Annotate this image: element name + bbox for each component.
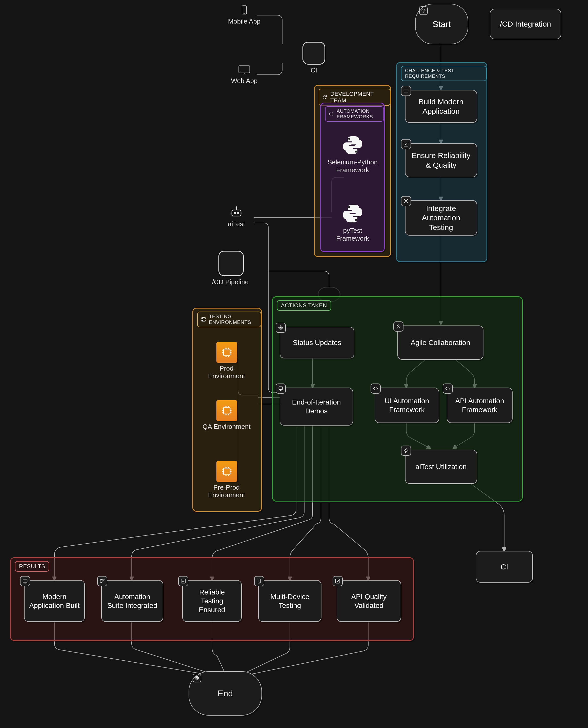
aitest-label: aiTest: [228, 220, 245, 228]
svg-rect-16: [232, 210, 241, 216]
mobile-app-label: Mobile App: [228, 18, 261, 25]
svg-rect-28: [224, 407, 230, 414]
build-label: Build Modern Application: [410, 97, 472, 116]
svg-rect-41: [181, 579, 186, 583]
aitest-robot-icon: aiTest: [228, 206, 245, 228]
integrate-label: Integrate Automation Testing: [410, 204, 472, 232]
result-suite-node: Automation Suite Integrated: [101, 580, 163, 622]
user-icon: [393, 321, 403, 331]
svg-point-12: [348, 138, 350, 140]
svg-rect-0: [242, 5, 247, 14]
ui-fw-label: UI Automation Framework: [380, 397, 434, 414]
svg-point-17: [234, 212, 236, 214]
result-multi-node: Multi-Device Testing: [258, 580, 321, 622]
prod-env-chip: [216, 342, 237, 363]
result-api-label: API Quality Validated: [342, 592, 396, 610]
svg-rect-36: [23, 579, 27, 582]
monitor-icon: [20, 576, 30, 586]
branch-icon: [97, 576, 107, 586]
presentation-icon: [276, 384, 286, 393]
challenge-title: CHALLENGE & TEST REQUIREMENTS: [401, 66, 486, 81]
integrate-automation-node: Integrate Automation Testing: [405, 200, 477, 236]
phone-icon: [254, 576, 264, 586]
svg-rect-27: [224, 349, 230, 356]
auto-fw-title: AUTOMATION FRAMEWORKS: [325, 106, 384, 122]
svg-point-14: [348, 206, 350, 208]
api-fw-label: API Automation Framework: [452, 397, 507, 414]
code-icon: [371, 384, 381, 393]
code-icon: [443, 384, 453, 393]
start-terminal: Start: [415, 4, 468, 44]
status-label: Status Updates: [293, 338, 341, 347]
svg-point-9: [405, 200, 407, 202]
agile-label: Agile Collaboration: [411, 338, 470, 347]
ci-label-top: CI: [297, 66, 330, 74]
svg-rect-33: [281, 327, 283, 328]
mobile-app-icon: Mobile App: [234, 5, 254, 25]
cd-integration-label: /CD Integration: [500, 19, 551, 29]
actions-title: ACTIONS TAKEN: [277, 300, 331, 311]
svg-point-40: [103, 579, 104, 580]
result-suite-label: Automation Suite Integrated: [106, 592, 158, 610]
qa-env-label: QA Environment: [201, 423, 252, 431]
web-app-icon: Web App: [234, 65, 254, 85]
svg-rect-2: [239, 66, 250, 73]
svg-rect-29: [224, 468, 230, 475]
svg-point-25: [202, 318, 203, 319]
result-multi-label: Multi-Device Testing: [263, 592, 316, 610]
svg-point-5: [422, 9, 425, 13]
api-fw-node: API Automation Framework: [447, 388, 512, 423]
slack-icon: [276, 323, 286, 333]
svg-point-10: [324, 96, 325, 97]
python-logo-selenium: [342, 134, 363, 156]
check-square-icon: [178, 576, 188, 586]
result-built-label: Modern Application Built: [29, 592, 80, 610]
cd-integration-node: /CD Integration: [490, 9, 561, 39]
agile-collab-node: Agile Collaboration: [397, 325, 483, 360]
svg-point-15: [355, 219, 357, 221]
python-logo-pytest: [342, 203, 363, 224]
svg-rect-35: [279, 387, 283, 389]
build-modern-app-node: Build Modern Application: [405, 90, 477, 123]
cd-pipeline-box: [218, 251, 244, 276]
preprod-env-label: Pre-Prod Environment: [201, 484, 252, 499]
ensure-reliability-node: Ensure Reliability & Quality: [405, 143, 477, 177]
end-terminal: End: [189, 671, 262, 715]
demos-node: End-of-Iteration Demos: [280, 388, 353, 426]
ci-right-label: CI: [501, 562, 508, 572]
svg-rect-8: [404, 142, 408, 146]
stop-icon: [193, 674, 201, 682]
start-label: Start: [433, 19, 451, 29]
ci-right-node: CI: [476, 551, 533, 583]
check-square-icon: [333, 576, 343, 586]
svg-point-45: [195, 676, 199, 680]
svg-point-38: [100, 579, 102, 580]
svg-point-26: [202, 320, 203, 321]
ensure-label: Ensure Reliability & Quality: [410, 151, 472, 170]
svg-point-11: [326, 96, 327, 97]
svg-rect-44: [336, 579, 340, 583]
bolt-icon: [401, 446, 411, 456]
aitest-util-label: aiTest Utilization: [415, 462, 466, 471]
gear-icon: [401, 196, 411, 206]
web-app-label: Web App: [231, 77, 257, 85]
pytest-label: pyTest Framework: [327, 227, 378, 242]
ui-fw-node: UI Automation Framework: [375, 388, 439, 423]
preprod-env-chip: [216, 461, 237, 482]
cd-pipeline-label: /CD Pipeline: [203, 278, 258, 286]
result-built-node: Modern Application Built: [24, 580, 85, 622]
aitest-util-node: aiTest Utilization: [405, 450, 477, 484]
results-title: RESULTS: [15, 561, 49, 572]
play-icon: [419, 6, 428, 15]
status-updates-node: Status Updates: [280, 327, 354, 359]
result-reliable-label: Reliable Testing Ensured: [187, 588, 237, 614]
result-reliable-node: Reliable Testing Ensured: [182, 580, 242, 622]
svg-point-13: [355, 151, 357, 153]
result-api-node: API Quality Validated: [337, 580, 401, 622]
svg-point-34: [398, 325, 399, 326]
svg-point-39: [100, 582, 102, 583]
qa-env-chip: [216, 400, 237, 421]
end-label: End: [218, 688, 233, 699]
demos-label: End-of-Iteration Demos: [285, 398, 348, 416]
testing-envs-title: TESTING ENVIRONMENTS: [197, 311, 261, 327]
